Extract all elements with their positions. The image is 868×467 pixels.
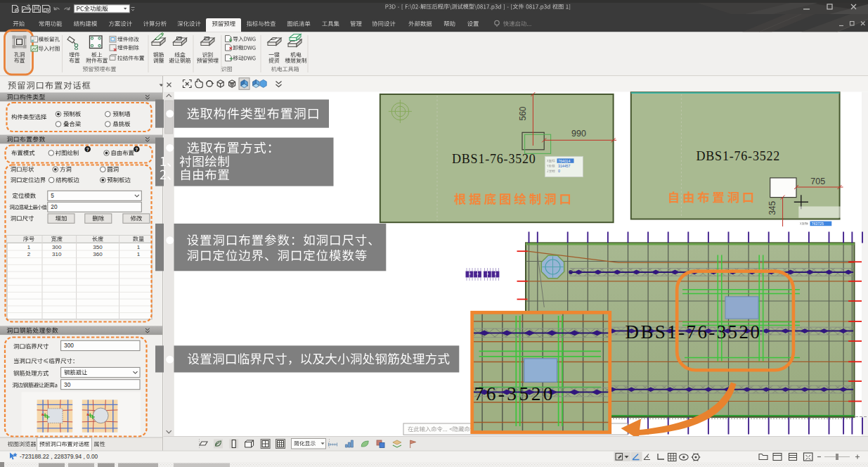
svg-text:560: 560 xyxy=(518,106,528,120)
svg-text:20: 20 xyxy=(51,203,58,210)
svg-text:310: 310 xyxy=(52,251,62,257)
svg-text:?: ? xyxy=(135,147,138,152)
svg-text:1: 1 xyxy=(27,244,31,250)
svg-text:360: 360 xyxy=(93,251,103,257)
svg-text:300: 300 xyxy=(52,244,62,250)
svg-text:705: 705 xyxy=(810,177,825,186)
svg-text:76-3520: 76-3520 xyxy=(474,383,555,404)
svg-text:?: ? xyxy=(86,147,89,152)
svg-text:763725: 763725 xyxy=(812,222,824,226)
svg-text:DBS1-76-3520: DBS1-76-3520 xyxy=(452,152,536,166)
svg-text:DBS1-76-3520: DBS1-76-3520 xyxy=(626,321,762,343)
svg-text:764014: 764014 xyxy=(558,159,570,163)
svg-text:DBS1-76-3522: DBS1-76-3522 xyxy=(697,149,781,163)
svg-text:0: 0 xyxy=(558,169,560,173)
svg-text:5: 5 xyxy=(51,192,54,199)
svg-text:1: 1 xyxy=(137,251,141,257)
svg-text:1: 1 xyxy=(137,244,141,250)
svg-text:300: 300 xyxy=(64,342,74,349)
svg-text:990: 990 xyxy=(571,129,586,139)
svg-text:-723188.22 , 228379.94 , 0.00: -723188.22 , 228379.94 , 0.00 xyxy=(20,453,98,460)
svg-text:314457: 314457 xyxy=(558,164,570,168)
svg-text:30: 30 xyxy=(64,381,71,388)
svg-text:345: 345 xyxy=(768,200,778,215)
svg-text:2: 2 xyxy=(27,251,31,257)
svg-text:350: 350 xyxy=(93,244,103,250)
